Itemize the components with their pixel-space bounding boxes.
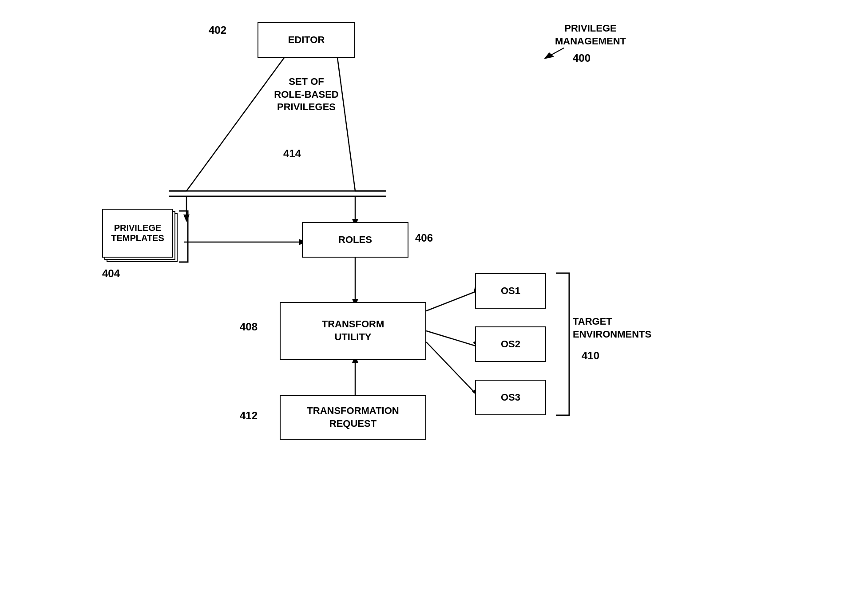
editor-box: EDITOR <box>258 22 355 58</box>
svg-line-20 <box>426 342 477 395</box>
ref-402: 402 <box>209 23 226 37</box>
stack-bracket <box>177 209 190 264</box>
set-of-role-based-label: SET OFROLE-BASEDPRIVILEGES <box>262 76 351 114</box>
diagram-container: EDITOR 402 SET OFROLE-BASEDPRIVILEGES 41… <box>0 0 860 616</box>
template-page-front: PRIVILEGETEMPLATES <box>102 209 173 258</box>
ref-400: 400 <box>573 51 591 65</box>
svg-marker-23 <box>544 52 554 59</box>
transform-utility-box: TRANSFORMUTILITY <box>280 302 426 360</box>
ref-414: 414 <box>283 147 301 160</box>
ref-404: 404 <box>102 266 120 280</box>
os3-label: OS3 <box>501 391 520 404</box>
svg-line-18 <box>426 331 477 346</box>
roles-box: ROLES <box>302 222 408 258</box>
svg-line-16 <box>426 291 477 311</box>
svg-line-22 <box>546 48 564 58</box>
ref-406: 406 <box>415 231 433 245</box>
os3-box: OS3 <box>475 380 546 415</box>
target-environments-label: TARGETENVIRONMENTS <box>573 315 662 341</box>
target-environments-bracket <box>551 271 578 417</box>
roles-label: ROLES <box>338 234 372 246</box>
editor-label: EDITOR <box>288 34 325 47</box>
transformation-request-box: TRANSFORMATIONREQUEST <box>280 395 426 440</box>
os2-box: OS2 <box>475 326 546 362</box>
transformation-request-label: TRANSFORMATIONREQUEST <box>307 405 399 430</box>
privilege-templates-label: PRIVILEGETEMPLATES <box>111 223 164 243</box>
ref-412: 412 <box>240 409 258 422</box>
os1-label: OS1 <box>501 285 520 298</box>
os1-box: OS1 <box>475 273 546 309</box>
transform-utility-label: TRANSFORMUTILITY <box>322 318 384 343</box>
privilege-management-label: PRIVILEGEMANAGEMENT <box>542 22 639 48</box>
ref-410: 410 <box>582 349 599 362</box>
os2-label: OS2 <box>501 338 520 351</box>
diagram-arrows <box>0 0 860 616</box>
ref-408: 408 <box>240 320 258 334</box>
